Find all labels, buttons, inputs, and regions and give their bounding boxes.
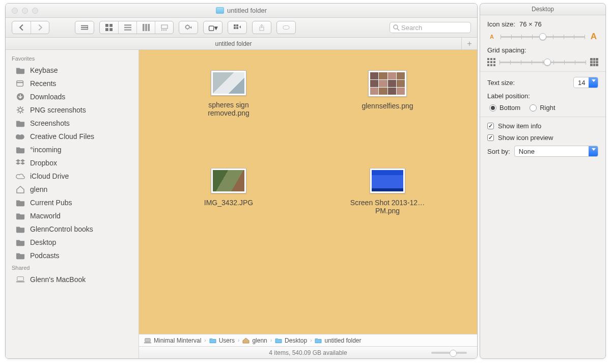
svg-rect-20 xyxy=(234,27,236,29)
new-tab-button[interactable]: + xyxy=(462,38,477,49)
forward-button[interactable] xyxy=(31,21,49,34)
svg-rect-10 xyxy=(143,24,145,31)
sidebar[interactable]: Favorites KeybaseRecentsDownloadsPNG scr… xyxy=(6,50,139,358)
svg-rect-19 xyxy=(236,24,238,26)
svg-rect-0 xyxy=(81,25,88,26)
label-right-radio[interactable] xyxy=(530,104,537,111)
label-bottom-radio[interactable] xyxy=(489,104,496,111)
sidebar-item-creative-cloud-files[interactable]: Creative Cloud Files xyxy=(6,130,138,143)
sidebar-item-glenn-s-macbook[interactable]: Glenn's MacBook xyxy=(6,273,138,286)
chevron-right-icon: › xyxy=(238,338,239,343)
toolbar: ▢▾ Search xyxy=(6,18,477,38)
sidebar-item-downloads[interactable]: Downloads xyxy=(6,90,138,103)
tag-menu[interactable]: ▢▾ xyxy=(204,21,222,34)
sidebar-item-png-screenshots[interactable]: PNG screenshots xyxy=(6,103,138,117)
tab-current[interactable]: untitled folder xyxy=(6,38,462,49)
status-text: 4 items, 540.09 GB available xyxy=(269,349,347,356)
search-icon xyxy=(393,24,400,31)
svg-rect-25 xyxy=(17,81,23,87)
grid-spacing-label: Grid spacing: xyxy=(487,46,526,54)
path-bar[interactable]: Minimal Minterval›Users›glenn›Desktop›un… xyxy=(139,334,477,346)
sidebar-item--incoming[interactable]: °incoming xyxy=(6,143,138,156)
file-label: spheres sign removed.png xyxy=(190,101,267,117)
icon-size-slider[interactable] xyxy=(501,36,585,38)
sidebar-item-current-pubs[interactable]: Current Pubs xyxy=(6,196,138,209)
sidebar-item-screenshots[interactable]: Screenshots xyxy=(6,117,138,130)
sidebar-item-recents[interactable]: Recents xyxy=(6,77,138,90)
file-item[interactable]: Screen Shot 2013-12…PM.png xyxy=(308,168,467,215)
view-icons[interactable] xyxy=(100,21,118,34)
label-right-text: Right xyxy=(540,104,555,111)
sidebar-section-shared: Shared xyxy=(6,262,138,273)
text-size-select[interactable]: 14 xyxy=(573,77,598,88)
sidebar-item-desktop[interactable]: Desktop xyxy=(6,236,138,249)
sidebar-item-glenncontrol-books[interactable]: GlennControl books xyxy=(6,222,138,236)
file-label: IMG_3432.JPG xyxy=(190,199,267,207)
svg-rect-4 xyxy=(109,24,113,27)
folder-icon xyxy=(216,7,224,14)
file-item[interactable]: spheres sign removed.png xyxy=(149,70,308,117)
sidebar-item-icloud-drive[interactable]: iCloud Drive xyxy=(6,170,138,183)
svg-rect-21 xyxy=(236,27,238,29)
tags-button[interactable] xyxy=(277,21,295,34)
finder-window: untitled folder ▢▾ xyxy=(5,3,478,359)
svg-rect-30 xyxy=(16,282,24,283)
show-icon-preview-label: Show icon preview xyxy=(498,134,553,142)
file-thumbnail xyxy=(370,168,405,193)
view-columns[interactable] xyxy=(136,21,155,34)
sidebar-item-dropbox[interactable]: Dropbox xyxy=(6,156,138,170)
sidebar-item-podcasts[interactable]: Podcasts xyxy=(6,249,138,262)
file-label: glennselfies.png xyxy=(349,102,426,110)
sidebar-toggle[interactable] xyxy=(75,21,94,34)
chevron-right-icon: › xyxy=(310,338,312,343)
file-thumbnail xyxy=(211,168,246,193)
grid-spacing-slider[interactable] xyxy=(499,62,586,63)
sidebar-item-glenn[interactable]: glenn xyxy=(6,183,138,196)
sidebar-item-keybase[interactable]: Keybase xyxy=(6,64,138,77)
svg-rect-9 xyxy=(124,30,131,31)
icon-size-label: Icon size: xyxy=(487,20,515,28)
file-item[interactable]: IMG_3432.JPG xyxy=(149,168,308,215)
show-item-info-checkbox[interactable] xyxy=(487,123,494,129)
share-button[interactable] xyxy=(253,21,271,34)
tab-bar: untitled folder + xyxy=(6,38,477,50)
icon-size-value: 76 × 76 xyxy=(519,20,542,28)
search-placeholder: Search xyxy=(401,24,422,32)
file-item[interactable]: glennselfies.png xyxy=(308,70,467,117)
sort-by-select[interactable]: None xyxy=(514,146,598,157)
label-bottom-text: Bottom xyxy=(499,104,520,111)
show-icon-preview-checkbox[interactable] xyxy=(487,134,494,141)
sort-by-label: Sort by: xyxy=(487,148,510,155)
view-list[interactable] xyxy=(118,21,136,34)
window-title: untitled folder xyxy=(227,7,267,14)
svg-rect-13 xyxy=(161,25,168,29)
svg-rect-7 xyxy=(124,24,131,25)
svg-rect-32 xyxy=(144,342,151,343)
text-size-label: Text size: xyxy=(487,79,515,87)
show-item-info-label: Show item info xyxy=(498,122,541,130)
path-crumb[interactable]: untitled folder xyxy=(315,337,361,344)
path-crumb[interactable]: glenn xyxy=(242,337,267,344)
svg-rect-16 xyxy=(165,30,166,31)
label-position-label: Label position: xyxy=(487,92,530,100)
chevron-right-icon: › xyxy=(270,338,272,343)
group-menu[interactable] xyxy=(228,21,246,34)
svg-rect-3 xyxy=(105,24,108,27)
search-field[interactable]: Search xyxy=(390,22,471,33)
grid-small-icon xyxy=(487,58,495,66)
view-gallery[interactable] xyxy=(155,21,173,34)
zoom-slider[interactable] xyxy=(431,352,467,354)
sidebar-item-macworld[interactable]: Macworld xyxy=(6,209,138,222)
path-crumb[interactable]: Users xyxy=(209,337,235,344)
grid-large-icon xyxy=(590,58,598,66)
svg-rect-14 xyxy=(161,30,162,31)
icon-area[interactable]: spheres sign removed.png glennselfies.pn… xyxy=(139,50,477,334)
svg-rect-5 xyxy=(105,28,108,31)
action-menu[interactable] xyxy=(179,21,198,34)
svg-point-28 xyxy=(18,108,22,111)
svg-rect-29 xyxy=(17,277,24,281)
path-crumb[interactable]: Minimal Minterval xyxy=(144,337,201,344)
path-crumb[interactable]: Desktop xyxy=(275,337,307,344)
back-button[interactable] xyxy=(12,21,31,34)
view-options-title: Desktop xyxy=(480,4,605,15)
